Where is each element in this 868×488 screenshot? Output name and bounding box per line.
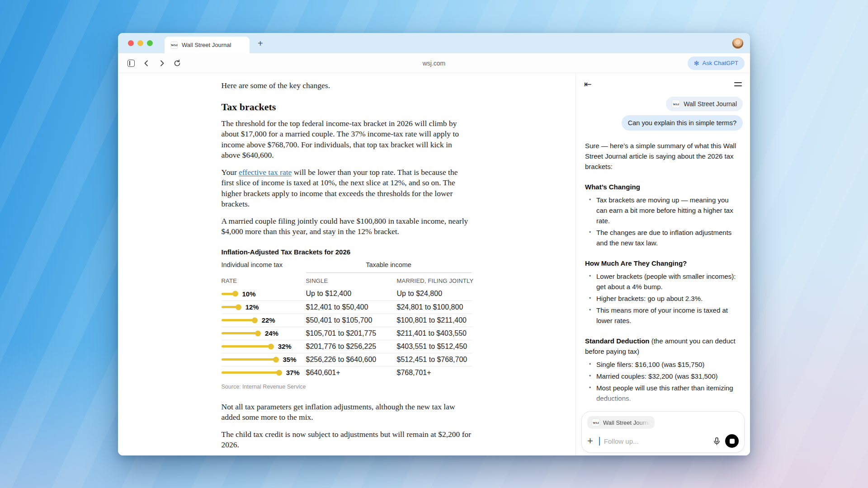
article-pane[interactable]: Here are some of the key changes. Tax br… (118, 73, 576, 455)
article-paragraph: Not all tax parameters get inflation adj… (222, 402, 472, 423)
tab-title: Wall Street Journal (182, 42, 231, 48)
back-icon[interactable] (141, 57, 152, 69)
table-source: Source: Internal Revenue Service (222, 384, 472, 390)
assistant-reply: Sure — here’s a simple summary of what t… (576, 131, 750, 455)
close-button[interactable] (128, 40, 134, 46)
article-paragraph: A married couple filing jointly could ha… (222, 216, 472, 237)
rate-bar (222, 345, 274, 347)
chat-messages: WSJ Wall Street Journal Can you explain … (576, 90, 750, 131)
minimize-button[interactable] (137, 40, 143, 46)
composer-input-row: + Follow up... (587, 434, 739, 448)
browser-toolbar: wsj.com ✻ Ask ChatGPT (118, 53, 750, 73)
table-right-header: Taxable income (306, 261, 472, 273)
reply-bullet: This means more of your income is taxed … (585, 305, 741, 326)
user-message-bubble: Can you explain this in simple terms? (622, 115, 743, 131)
user-avatar[interactable] (732, 38, 744, 49)
browser-window: WSJ Wall Street Journal + wsj.com ✻ Ask … (118, 33, 750, 455)
reply-bullet: Most people will use this rather than it… (585, 383, 741, 404)
table-row: 12% $12,401 to $50,400$24,801 to $100,80… (222, 300, 472, 314)
rate-bar (222, 306, 241, 308)
chat-composer[interactable]: WSJ Wall Street Journal + Follow up... (581, 411, 745, 453)
table-title: Inflation-Adjusted Tax Brackets for 2026 (222, 248, 472, 256)
col-header-married: MARRIED, FILING JOINTLY (397, 277, 472, 284)
reply-section-heading: How Much Are They Changing? (585, 258, 741, 268)
sidebar-menu-icon[interactable] (734, 82, 742, 86)
sidebar-header: ⇤ (576, 73, 750, 90)
rate-bar (222, 371, 282, 374)
table-left-header: Individual income tax (222, 261, 306, 273)
table-row: 37% $640,601+$768,701+ (222, 366, 472, 379)
tab-bar: WSJ Wall Street Journal + (118, 33, 750, 53)
reply-bullet: Single filers: $16,100 (was $15,750) (585, 359, 741, 370)
forward-icon[interactable] (156, 57, 168, 69)
effective-tax-rate-link[interactable]: effective tax rate (239, 168, 292, 177)
col-header-single: SINGLE (306, 277, 397, 284)
reply-bullet: Lower brackets (people with smaller inco… (585, 271, 741, 292)
table-row: 24% $105,701 to $201,775$211,401 to $403… (222, 327, 472, 340)
wsj-favicon-icon: WSJ (592, 418, 600, 427)
table-row: 22% $50,401 to $105,700$100,801 to $211,… (222, 314, 472, 327)
wsj-favicon-icon: WSJ (672, 100, 680, 108)
stop-button[interactable] (725, 434, 739, 448)
reply-bullet: Higher brackets: go up about 2.3%. (585, 293, 741, 304)
new-tab-button[interactable]: + (258, 39, 263, 48)
rate-bar (222, 358, 278, 361)
table-row: 32% $201,776 to $256,225$403,551 to $512… (222, 340, 472, 353)
reply-section-heading: Standard Deduction (the amount you can d… (585, 336, 741, 357)
composer-context-chip[interactable]: WSJ Wall Street Journal (587, 416, 655, 429)
zoom-button[interactable] (147, 40, 153, 46)
reply-bullet: The changes are due to inflation adjustm… (585, 227, 741, 248)
wsj-favicon-icon: WSJ (170, 42, 178, 49)
rate-bar (222, 332, 260, 334)
article-section-heading: Tax brackets (222, 101, 472, 113)
ask-chatgpt-button[interactable]: ✻ Ask ChatGPT (688, 56, 745, 70)
microphone-icon[interactable] (712, 437, 721, 446)
reply-section-heading: What’s Changing (585, 182, 741, 192)
chatgpt-sidebar: ⇤ WSJ Wall Street Journal Can you explai… (576, 73, 750, 455)
table-row: 10% Up to $12,400Up to $24,800 (222, 287, 472, 300)
reply-bullet-list: Lower brackets (people with smaller inco… (585, 271, 741, 326)
rate-bar (222, 319, 257, 321)
table-row: 35% $256,226 to $640,600$512,451 to $768… (222, 353, 472, 366)
tab-wall-street-journal[interactable]: WSJ Wall Street Journal (165, 37, 250, 53)
reply-intro: Sure — here’s a simple summary of what t… (585, 141, 741, 172)
address-url[interactable]: wsj.com (423, 60, 446, 67)
sidebar-toggle-icon[interactable] (125, 57, 137, 69)
reply-bullet-list: Tax brackets are moving up — meaning you… (585, 195, 741, 248)
text-caret (599, 437, 600, 446)
followup-input[interactable]: Follow up... (604, 437, 639, 445)
reply-bullet: Tax brackets are moving up — meaning you… (585, 195, 741, 226)
collapse-sidebar-icon[interactable]: ⇤ (584, 80, 592, 89)
openai-logo-icon: ✻ (694, 60, 699, 66)
article-paragraph: Your effective tax rate will be lower th… (222, 167, 472, 210)
attach-plus-icon[interactable]: + (587, 436, 593, 446)
reply-bullet-list: Single filers: $16,100 (was $15,750) Mar… (585, 359, 741, 404)
article-paragraph: The threshold for the top federal income… (222, 118, 472, 161)
rate-bar (222, 293, 238, 295)
article-intro: Here are some of the key changes. (222, 80, 472, 91)
window-controls (128, 40, 153, 46)
tax-brackets-table: Inflation-Adjusted Tax Brackets for 2026… (222, 248, 472, 390)
reload-icon[interactable] (171, 57, 183, 69)
page-context-chip[interactable]: WSJ Wall Street Journal (666, 97, 743, 111)
col-header-rate: RATE (222, 277, 306, 284)
article-paragraph: The child tax credit is now subject to a… (222, 429, 472, 450)
reply-bullet: Married couples: $32,200 (was $31,500) (585, 371, 741, 381)
